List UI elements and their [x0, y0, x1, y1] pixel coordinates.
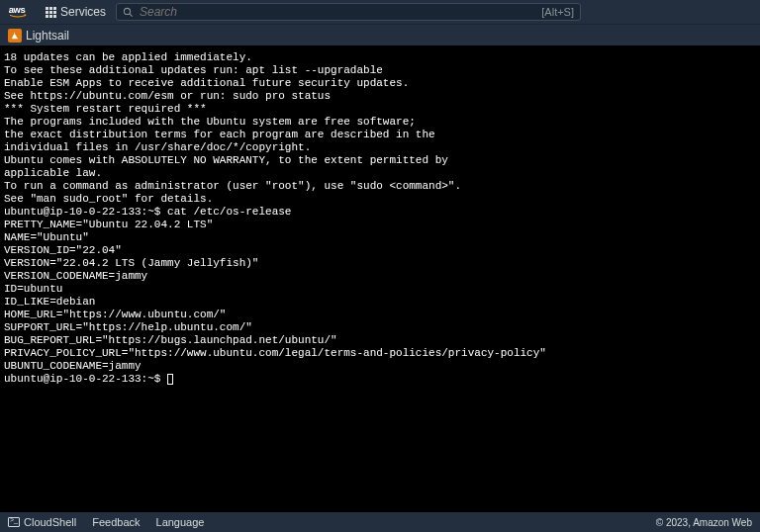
- terminal-line: the exact distribution terms for each pr…: [4, 129, 756, 141]
- aws-logo[interactable]: aws: [8, 4, 36, 20]
- terminal-line: *** System restart required ***: [4, 103, 756, 116]
- aws-footer: CloudShell Feedback Language © 2023, Ama…: [0, 512, 760, 532]
- terminal-line: ID_LIKE=debian: [4, 296, 756, 309]
- terminal-line: The programs included with the Ubuntu sy…: [4, 116, 756, 129]
- terminal-line: Enable ESM Apps to receive additional fu…: [4, 77, 756, 90]
- search-box[interactable]: [Alt+S]: [116, 3, 581, 21]
- search-shortcut: [Alt+S]: [541, 6, 574, 18]
- svg-line-2: [130, 13, 133, 16]
- search-icon: [123, 7, 134, 18]
- svg-text:aws: aws: [9, 5, 26, 15]
- terminal-line: applicable law.: [4, 167, 756, 180]
- terminal-line: NAME="Ubuntu": [4, 231, 756, 244]
- terminal-output[interactable]: 18 updates can be applied immediately.To…: [0, 45, 760, 512]
- terminal-line: HOME_URL="https://www.ubuntu.com/": [4, 309, 756, 321]
- terminal-line: SUPPORT_URL="https://help.ubuntu.com/": [4, 321, 756, 334]
- terminal-line: See "man sudo_root" for details.: [4, 193, 756, 206]
- terminal-line: PRIVACY_POLICY_URL="https://www.ubuntu.c…: [4, 347, 756, 360]
- terminal-line: VERSION_ID="22.04": [4, 244, 756, 257]
- terminal-line: individual files in /usr/share/doc/*/cop…: [4, 141, 756, 154]
- grid-icon: [46, 7, 56, 18]
- terminal-line: VERSION_CODENAME=jammy: [4, 270, 756, 283]
- aws-header: aws Services [Alt+S]: [0, 0, 760, 24]
- terminal-line: VERSION="22.04.2 LTS (Jammy Jellyfish)": [4, 257, 756, 270]
- terminal-line: To see these additional updates run: apt…: [4, 64, 756, 77]
- terminal-line: Ubuntu comes with ABSOLUTELY NO WARRANTY…: [4, 154, 756, 167]
- terminal-line: UBUNTU_CODENAME=jammy: [4, 360, 756, 373]
- feedback-link[interactable]: Feedback: [92, 516, 140, 528]
- terminal-line: BUG_REPORT_URL="https://bugs.launchpad.n…: [4, 334, 756, 347]
- terminal-line: ID=ubuntu: [4, 283, 756, 296]
- services-label: Services: [60, 5, 106, 19]
- terminal-prompt[interactable]: ubuntu@ip-10-0-22-133:~$: [4, 373, 756, 386]
- language-menu[interactable]: Language: [156, 516, 205, 528]
- svg-point-1: [124, 8, 130, 14]
- cursor: [167, 374, 173, 385]
- services-menu[interactable]: Services: [46, 5, 106, 19]
- terminal-line: PRETTY_NAME="Ubuntu 22.04.2 LTS": [4, 219, 756, 231]
- service-bar: Lightsail: [0, 24, 760, 45]
- lightsail-icon: [8, 29, 22, 43]
- terminal-line: See https://ubuntu.com/esm or run: sudo …: [4, 90, 756, 103]
- cloudshell-button[interactable]: CloudShell: [8, 516, 76, 528]
- cloudshell-icon: [8, 517, 20, 527]
- copyright-text: © 2023, Amazon Web: [656, 517, 752, 528]
- service-name[interactable]: Lightsail: [26, 29, 69, 43]
- terminal-line: To run a command as administrator (user …: [4, 180, 756, 193]
- search-input[interactable]: [140, 5, 535, 19]
- terminal-line: ubuntu@ip-10-0-22-133:~$ cat /etc/os-rel…: [4, 206, 756, 219]
- terminal-line: 18 updates can be applied immediately.: [4, 51, 756, 64]
